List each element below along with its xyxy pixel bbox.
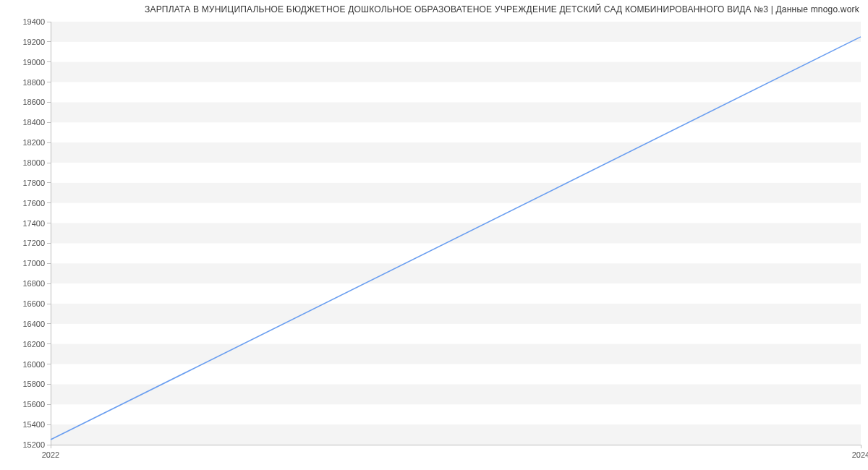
- y-tick-label: 17600: [22, 199, 45, 208]
- y-tick-label: 16800: [22, 279, 45, 288]
- y-tick-label: 16600: [22, 299, 45, 308]
- y-tick-label: 19200: [22, 38, 45, 46]
- grid-band: [51, 384, 861, 404]
- grid-band: [51, 424, 861, 445]
- y-tick-label: 17400: [22, 219, 45, 228]
- y-tick-label: 15400: [22, 420, 45, 429]
- y-tick-label: 16200: [22, 340, 45, 349]
- y-tick-label: 17200: [22, 239, 45, 247]
- y-tick-label: 18800: [22, 78, 45, 87]
- y-tick-label: 18400: [22, 118, 45, 127]
- chart-svg: 1520015400156001580016000162001640016600…: [0, 0, 868, 470]
- y-tick-label: 19000: [22, 58, 45, 67]
- grid-band: [51, 263, 861, 283]
- y-tick-label: 16400: [22, 320, 45, 328]
- grid-band: [51, 22, 861, 42]
- y-tick-label: 19400: [22, 17, 45, 26]
- y-tick-label: 16000: [22, 360, 45, 369]
- grid-band: [51, 183, 861, 203]
- grid-band: [51, 142, 861, 163]
- x-tick-label: 2024: [852, 450, 868, 459]
- y-tick-label: 15800: [22, 380, 45, 388]
- y-tick-label: 18200: [22, 138, 45, 147]
- y-tick-label: 17000: [22, 259, 45, 268]
- chart-container: ЗАРПЛАТА В МУНИЦИПАЛЬНОЕ БЮДЖЕТНОЕ ДОШКО…: [0, 0, 868, 470]
- y-tick-label: 18600: [22, 98, 45, 106]
- x-tick-label: 2022: [42, 450, 59, 459]
- y-tick-label: 15200: [22, 440, 45, 449]
- grid-band: [51, 102, 861, 122]
- y-tick-label: 15600: [22, 400, 45, 409]
- grid-band: [51, 344, 861, 364]
- y-tick-label: 17800: [22, 179, 45, 187]
- y-tick-label: 18000: [22, 158, 45, 167]
- grid-band: [51, 223, 861, 244]
- grid-band: [51, 304, 861, 324]
- grid-band: [51, 62, 861, 82]
